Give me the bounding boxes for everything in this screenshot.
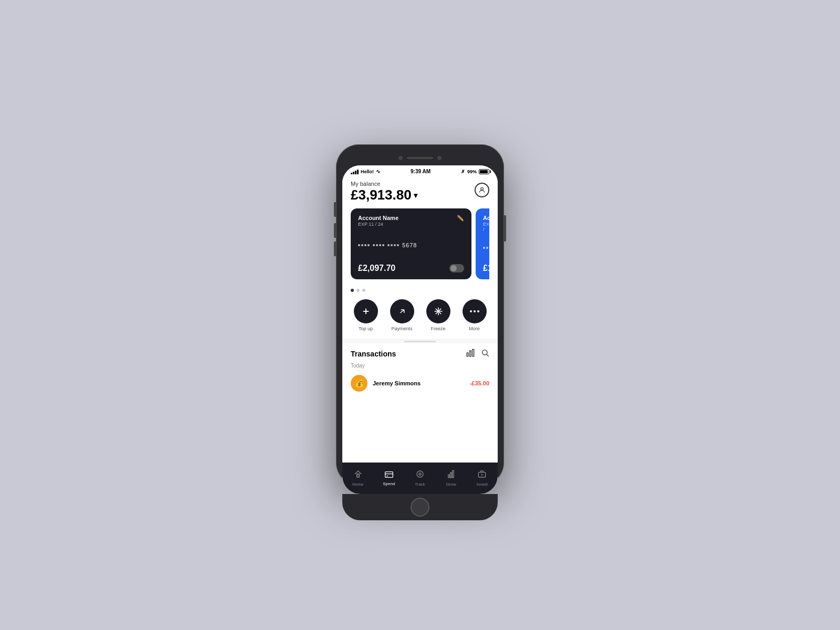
svg-point-13	[482, 350, 487, 355]
tx-item[interactable]: 💰 Jeremy Simmons -£35.00	[342, 372, 498, 395]
home-button[interactable]	[411, 498, 429, 517]
nav-invest-label: Invest	[477, 482, 488, 487]
card-number-blue	[483, 247, 489, 249]
status-right: ✗ 99%	[461, 169, 489, 174]
svg-rect-10	[467, 353, 468, 356]
dot-2	[356, 289, 360, 292]
card-blue[interactable]: Accou EXP 08 / £1,8	[476, 208, 489, 279]
phone-screen: Hello! ∿ 9:39 AM ✗ 99% My balance £3,913…	[342, 165, 498, 494]
balance-amount-row[interactable]: £3,913.80 ▾	[351, 187, 417, 203]
svg-point-20	[419, 473, 421, 475]
transactions-title: Transactions	[351, 350, 396, 358]
card-exp-blue: EXP 08 /	[483, 222, 489, 232]
dot-1	[351, 289, 354, 292]
freeze-label: Freeze	[430, 326, 445, 331]
card-name-blue: Accou	[483, 215, 489, 221]
home-button-area	[342, 494, 498, 520]
tx-info: Jeremy Simmons	[373, 380, 465, 386]
battery-percent: 99%	[467, 169, 477, 174]
card-last4: 5678	[402, 242, 417, 248]
tx-name: Jeremy Simmons	[373, 380, 465, 386]
svg-point-19	[417, 471, 423, 477]
track-icon	[416, 470, 424, 480]
tx-amount: -£35.00	[470, 380, 489, 386]
svg-rect-12	[472, 349, 474, 356]
search-icon[interactable]	[481, 349, 489, 359]
bottom-nav: Home Spend	[342, 463, 498, 494]
svg-point-0	[481, 187, 484, 190]
status-left: Hello! ∿	[351, 169, 380, 174]
top-up-circle	[354, 299, 378, 323]
svg-point-9	[477, 310, 479, 312]
svg-point-8	[474, 310, 476, 312]
freeze-circle	[426, 299, 450, 323]
transactions-actions	[466, 349, 489, 359]
carrier-label: Hello!	[361, 169, 374, 174]
nav-home-label: Home	[352, 482, 363, 487]
card-name-dark: Account Name	[358, 215, 398, 221]
cards-section: Account Name EXP 11 / 24 ✏️ 5678	[342, 208, 498, 285]
balance-section: My balance £3,913.80 ▾	[351, 181, 417, 203]
invest-icon	[478, 470, 486, 480]
nav-spend-label: Spend	[383, 481, 395, 486]
phone-frame: Hello! ∿ 9:39 AM ✗ 99% My balance £3,913…	[336, 144, 504, 486]
tx-date: Today	[342, 363, 498, 372]
balance-caret-icon: ▾	[414, 191, 417, 200]
card-exp-dark: EXP 11 / 24	[358, 222, 398, 227]
transactions-header: Transactions	[342, 343, 498, 363]
svg-rect-16	[385, 472, 393, 478]
profile-button[interactable]	[475, 183, 489, 197]
spend-icon	[385, 470, 393, 480]
svg-rect-15	[357, 474, 359, 477]
tx-avatar: 💰	[351, 375, 368, 392]
grow-icon	[447, 470, 455, 480]
balance-label: My balance	[351, 181, 417, 187]
nav-home[interactable]: Home	[342, 463, 373, 494]
action-payments[interactable]: Payments	[390, 299, 414, 331]
nav-grow-label: Grow	[446, 482, 456, 487]
cards-scroll[interactable]: Account Name EXP 11 / 24 ✏️ 5678	[351, 208, 489, 279]
sensor	[437, 156, 442, 160]
status-bar: Hello! ∿ 9:39 AM ✗ 99%	[342, 165, 498, 176]
nav-track[interactable]: Track	[404, 463, 435, 494]
scroll-handle	[404, 341, 436, 342]
home-icon	[354, 470, 362, 480]
card-dark[interactable]: Account Name EXP 11 / 24 ✏️ 5678	[351, 208, 471, 279]
action-top-up[interactable]: Top up	[354, 299, 378, 331]
chart-icon[interactable]	[466, 349, 475, 359]
svg-rect-23	[453, 470, 454, 477]
dots-indicator	[342, 285, 498, 294]
front-camera	[398, 156, 403, 160]
header: My balance £3,913.80 ▾	[342, 176, 498, 208]
payments-circle	[390, 299, 414, 323]
more-label: More	[469, 326, 480, 331]
quick-actions: Top up Payments	[342, 294, 498, 339]
svg-line-14	[487, 354, 489, 356]
app-content: My balance £3,913.80 ▾	[342, 176, 498, 463]
action-freeze[interactable]: Freeze	[426, 299, 450, 331]
battery-icon	[479, 169, 489, 174]
svg-rect-21	[448, 475, 450, 477]
speaker	[407, 157, 433, 159]
transactions-section: Transactions	[342, 343, 498, 463]
time-display: 9:39 AM	[411, 169, 430, 174]
nav-track-label: Track	[415, 482, 425, 487]
payments-label: Payments	[391, 326, 412, 331]
card-balance-blue: £1,8	[483, 264, 489, 273]
notch	[342, 151, 498, 165]
svg-point-7	[470, 310, 472, 312]
nav-spend[interactable]: Spend	[373, 463, 404, 494]
action-more[interactable]: More	[463, 299, 487, 331]
card-balance-dark: £2,097.70	[358, 264, 395, 273]
balance-value: £3,913.80	[351, 187, 412, 203]
nav-grow[interactable]: Grow	[436, 463, 467, 494]
wifi-icon: ∿	[376, 169, 380, 174]
card-number-row: 5678	[358, 242, 464, 248]
svg-rect-22	[450, 472, 452, 477]
dot-3	[362, 289, 365, 292]
card-toggle[interactable]	[449, 264, 464, 272]
more-circle	[463, 299, 487, 323]
top-up-label: Top up	[359, 326, 373, 331]
nav-invest[interactable]: Invest	[467, 463, 498, 494]
card-edit-icon[interactable]: ✏️	[457, 215, 464, 222]
